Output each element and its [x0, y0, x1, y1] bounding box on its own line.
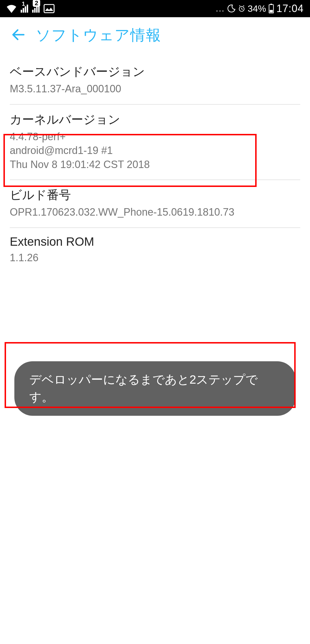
item-label: ベースバンドバージョン	[10, 64, 300, 80]
setting-item-build-number[interactable]: ビルド番号 OPR1.170623.032.WW_Phone-15.0619.1…	[10, 180, 300, 228]
page-content: ソフトウェア情報 ベースバンドバージョン M3.5.11.37-Ara_0001…	[0, 17, 310, 644]
svg-rect-3	[270, 4, 272, 5]
battery-icon	[268, 4, 274, 13]
item-value: OPR1.170623.032.WW_Phone-15.0619.1810.73	[10, 205, 300, 219]
setting-item-extension-rom[interactable]: Extension ROM 1.1.26	[10, 228, 300, 273]
status-bar: 1 2 ...	[0, 0, 310, 17]
page-title: ソフトウェア情報	[36, 25, 161, 45]
sim1-signal-icon: 1	[21, 5, 28, 13]
toast-message: デベロッパーになるまであと2ステップです。	[14, 361, 296, 416]
item-value: 1.1.26	[10, 251, 300, 265]
item-value: M3.5.11.37-Ara_000100	[10, 82, 300, 96]
svg-rect-0	[44, 5, 54, 13]
more-icon: ...	[216, 4, 225, 13]
clock-time: 17:04	[276, 3, 304, 15]
wifi-icon	[6, 4, 17, 13]
sim2-signal-icon: 2	[32, 5, 40, 13]
setting-item-kernel[interactable]: カーネルバージョン 4.4.78-perf+ android@mcrd1-19 …	[10, 105, 300, 180]
item-label: Extension ROM	[10, 235, 300, 249]
alarm-icon	[238, 5, 245, 12]
setting-item-baseband[interactable]: ベースバンドバージョン M3.5.11.37-Ara_000100	[10, 57, 300, 105]
item-label: カーネルバージョン	[10, 112, 300, 128]
image-icon	[44, 4, 55, 13]
app-bar: ソフトウェア情報	[0, 17, 310, 57]
battery-pct: 34%	[248, 3, 266, 14]
svg-rect-4	[270, 10, 273, 13]
back-icon[interactable]	[10, 27, 26, 44]
item-label: ビルド番号	[10, 187, 300, 203]
dnd-moon-icon	[227, 4, 236, 13]
item-value: 4.4.78-perf+ android@mcrd1-19 #1 Thu Nov…	[10, 130, 300, 172]
